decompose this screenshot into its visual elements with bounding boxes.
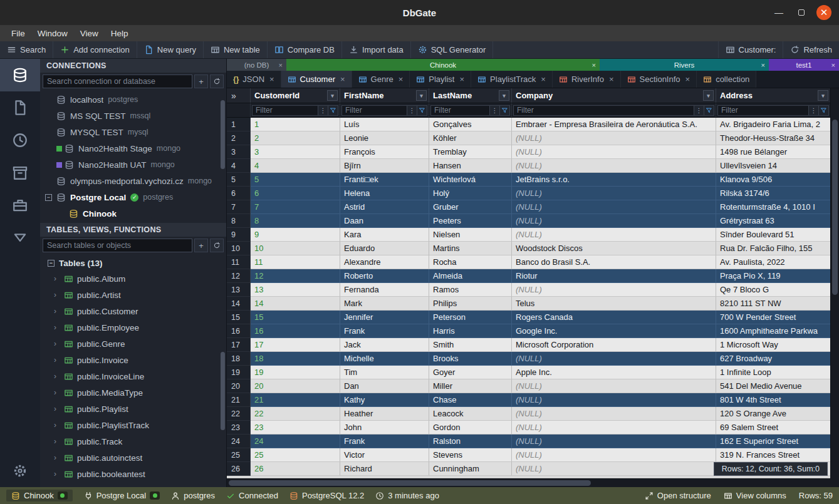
tables-scrollbar[interactable] xyxy=(221,352,225,430)
cell-id[interactable]: 24 xyxy=(251,435,340,448)
connection-item-localhost[interactable]: localhostpostgres xyxy=(40,91,226,108)
connection-item-olympus-medportal-vychozi-cz[interactable]: olympus-medportal.vychozi.czmongo xyxy=(40,173,226,189)
cell-last[interactable]: Leacock xyxy=(429,407,512,421)
column-dropdown-button[interactable]: ▾ xyxy=(416,90,427,101)
tab-close-icon[interactable]: × xyxy=(459,75,464,84)
cell-address[interactable]: Av. Brigadeiro Faria Lima, 2 xyxy=(716,118,830,131)
cell-first[interactable]: Frank xyxy=(340,435,429,448)
status-3-minutes-ago[interactable]: 3 minutes ago xyxy=(375,491,439,500)
status-postgresql-12-2[interactable]: PostgreSQL 12.2 xyxy=(289,491,364,500)
cell-company[interactable]: (NULL) xyxy=(512,214,716,228)
table-item-public-booleantest[interactable]: ›public.booleantest xyxy=(40,466,226,482)
filter-menu-button[interactable]: ⋮ xyxy=(318,105,328,116)
filter-input-address[interactable] xyxy=(717,105,809,116)
filter-funnel-button[interactable] xyxy=(704,105,714,116)
table-item-public-track[interactable]: ›public.Track xyxy=(40,433,226,450)
tab-close-icon[interactable]: × xyxy=(761,61,765,69)
cell-first[interactable]: Michelle xyxy=(340,352,429,366)
cell-id[interactable]: 12 xyxy=(251,269,340,283)
row-number[interactable]: 21 xyxy=(227,393,251,407)
cell-last[interactable]: Wichterlová xyxy=(429,173,512,187)
cell-address[interactable]: 1498 rue Bélanger xyxy=(716,145,830,159)
cell-company[interactable]: (NULL) xyxy=(512,407,716,421)
refresh-connections-button[interactable] xyxy=(210,75,224,88)
cell-id[interactable]: 5 xyxy=(251,173,340,187)
cell-id[interactable]: 9 xyxy=(251,228,340,242)
cell-address[interactable]: 801 W 4th Street xyxy=(716,393,830,407)
cell-id[interactable]: 23 xyxy=(251,421,340,435)
table-item-public-invoiceline[interactable]: ›public.InvoiceLine xyxy=(40,368,226,384)
cell-id[interactable]: 25 xyxy=(251,448,340,462)
tab-close-icon[interactable]: × xyxy=(685,75,690,84)
filter-input-customerid[interactable] xyxy=(252,105,318,116)
cell-last[interactable]: Hansen xyxy=(429,159,512,173)
cell-id[interactable]: 8 xyxy=(251,214,340,228)
cell-first[interactable]: Tim xyxy=(340,366,429,379)
connection-item-nano2health-stage[interactable]: Nano2Health Stagemongo xyxy=(40,140,226,157)
vertical-scrollbar-thumb[interactable] xyxy=(832,120,838,295)
row-number[interactable]: 23 xyxy=(227,421,251,435)
cell-last[interactable]: Gonçalves xyxy=(429,118,512,131)
db-tab-chinook[interactable]: Chinook× xyxy=(286,59,600,71)
cell-first[interactable]: Franti□ek xyxy=(340,173,429,187)
cell-id[interactable]: 21 xyxy=(251,393,340,407)
row-number[interactable]: 22 xyxy=(227,407,251,421)
cell-last[interactable]: Philips xyxy=(429,297,512,311)
horizontal-scrollbar[interactable] xyxy=(227,478,830,487)
toolbar-new-table-button[interactable]: New table xyxy=(204,41,268,58)
cell-last[interactable]: Holý xyxy=(429,187,512,200)
cell-company[interactable]: (NULL) xyxy=(512,352,716,366)
status-view-columns[interactable]: View columns xyxy=(724,491,786,500)
cell-last[interactable]: Ramos xyxy=(429,283,512,297)
cell-first[interactable]: Astrid xyxy=(340,200,429,214)
cell-first[interactable]: Kathy xyxy=(340,393,429,407)
collapse-icon[interactable]: − xyxy=(48,260,55,267)
table-item-public-playlist[interactable]: ›public.Playlist xyxy=(40,401,226,417)
vertical-scrollbar[interactable] xyxy=(830,88,839,478)
cell-company[interactable]: (NULL) xyxy=(512,462,716,476)
activity-gear[interactable] xyxy=(0,455,40,487)
cell-company[interactable]: (NULL) xyxy=(512,145,716,159)
cell-last[interactable]: Nielsen xyxy=(429,228,512,242)
cell-company[interactable]: JetBrains s.r.o. xyxy=(512,173,716,187)
cell-id[interactable]: 20 xyxy=(251,379,340,393)
cell-id[interactable]: 16 xyxy=(251,324,340,338)
table-item-public-artist[interactable]: ›public.Artist xyxy=(40,287,226,303)
tab-playlisttrack[interactable]: PlaylistTrack× xyxy=(471,71,553,88)
menu-window[interactable]: Window xyxy=(31,27,74,40)
tab-close-icon[interactable]: × xyxy=(609,75,614,84)
filter-funnel-button[interactable] xyxy=(328,105,338,116)
table-item-public-playlisttrack[interactable]: ›public.PlaylistTrack xyxy=(40,417,226,433)
cell-id[interactable]: 7 xyxy=(251,200,340,214)
cell-address[interactable]: 1600 Amphitheatre Parkwa xyxy=(716,324,830,338)
cell-first[interactable]: Kara xyxy=(340,228,429,242)
cell-company[interactable]: (NULL) xyxy=(512,200,716,214)
column-dropdown-button[interactable]: ▾ xyxy=(499,90,509,101)
tab-close-icon[interactable]: × xyxy=(279,61,283,69)
tab-close-icon[interactable]: × xyxy=(592,61,596,69)
row-number[interactable]: 18 xyxy=(227,352,251,366)
cell-company[interactable]: (NULL) xyxy=(512,283,716,297)
table-item-public-employee[interactable]: ›public.Employee xyxy=(40,319,226,336)
cell-first[interactable]: Fernanda xyxy=(340,283,429,297)
cell-id[interactable]: 13 xyxy=(251,283,340,297)
db-tab-rivers[interactable]: Rivers× xyxy=(600,59,769,71)
cell-last[interactable]: Peeters xyxy=(429,214,512,228)
status-connected[interactable]: Connected xyxy=(226,491,278,500)
cell-last[interactable]: Tremblay xyxy=(429,145,512,159)
filter-funnel-button[interactable] xyxy=(500,105,510,116)
cell-company[interactable]: (NULL) xyxy=(512,159,716,173)
toolbar-search-button[interactable]: Search xyxy=(0,41,53,58)
tab-genre[interactable]: Genre× xyxy=(352,71,410,88)
filter-input-company[interactable] xyxy=(513,105,694,116)
cell-address[interactable]: 69 Salem Street xyxy=(716,421,830,435)
activity-briefcase[interactable] xyxy=(0,189,40,222)
cell-address[interactable]: 8210 111 ST NW xyxy=(716,297,830,311)
cell-address[interactable]: 162 E Superior Street xyxy=(716,435,830,448)
filter-input-lastname[interactable] xyxy=(430,105,490,116)
filter-input-firstname[interactable] xyxy=(341,105,407,116)
cell-id[interactable]: 18 xyxy=(251,352,340,366)
cell-id[interactable]: 4 xyxy=(251,159,340,173)
column-header-company[interactable]: Company▾ xyxy=(512,88,716,103)
cell-last[interactable]: Brooks xyxy=(429,352,512,366)
